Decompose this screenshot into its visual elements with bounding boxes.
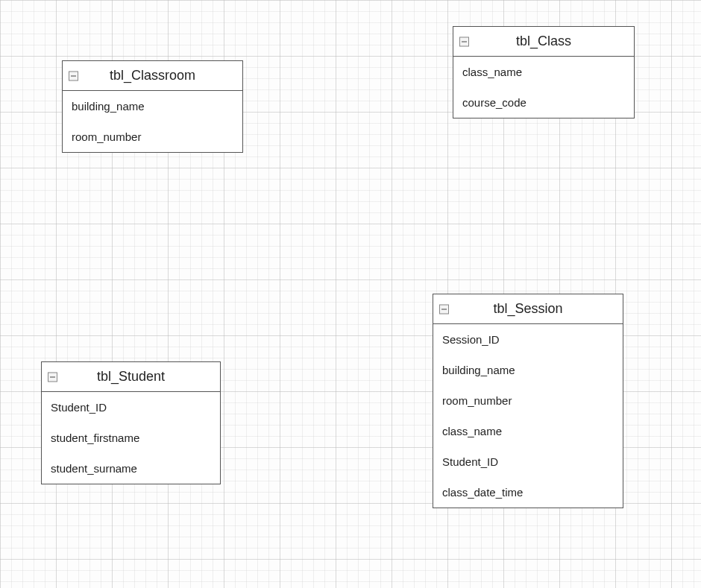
column-name: Student_ID bbox=[442, 455, 498, 468]
column-name: class_name bbox=[462, 66, 522, 78]
table-student[interactable]: tbl_Student Student_ID student_firstname… bbox=[41, 361, 221, 484]
table-row[interactable]: student_firstname bbox=[42, 423, 220, 453]
table-classroom[interactable]: tbl_Classroom building_name room_number bbox=[62, 60, 243, 153]
table-row[interactable]: class_date_time bbox=[433, 477, 623, 508]
table-session-header[interactable]: tbl_Session bbox=[433, 294, 623, 324]
column-name: student_firstname bbox=[51, 431, 139, 444]
column-name: Session_ID bbox=[442, 333, 500, 346]
table-row[interactable]: building_name bbox=[433, 355, 623, 385]
column-name: room_number bbox=[442, 394, 512, 407]
column-name: building_name bbox=[442, 364, 515, 376]
table-title: tbl_Session bbox=[493, 301, 562, 316]
table-student-header[interactable]: tbl_Student bbox=[42, 362, 220, 392]
table-session-rows: Session_ID building_name room_number cla… bbox=[433, 324, 623, 508]
table-row[interactable]: Session_ID bbox=[433, 324, 623, 355]
table-class-header[interactable]: tbl_Class bbox=[453, 27, 634, 57]
table-row[interactable]: Student_ID bbox=[433, 446, 623, 477]
column-name: room_number bbox=[72, 130, 141, 143]
table-row[interactable]: student_surname bbox=[42, 453, 220, 484]
table-row[interactable]: class_name bbox=[433, 416, 623, 446]
table-student-rows: Student_ID student_firstname student_sur… bbox=[42, 392, 220, 484]
column-name: class_date_time bbox=[442, 486, 523, 499]
table-session[interactable]: tbl_Session Session_ID building_name roo… bbox=[433, 294, 623, 508]
table-row[interactable]: building_name bbox=[63, 91, 242, 121]
collapse-icon[interactable] bbox=[439, 304, 449, 314]
column-name: course_code bbox=[462, 96, 526, 109]
table-class-rows: class_name course_code bbox=[453, 57, 634, 118]
table-class[interactable]: tbl_Class class_name course_code bbox=[453, 26, 635, 118]
collapse-icon[interactable] bbox=[69, 71, 78, 80]
column-name: Student_ID bbox=[51, 401, 107, 414]
table-row[interactable]: class_name bbox=[453, 57, 634, 87]
table-row[interactable]: Student_ID bbox=[42, 392, 220, 423]
table-title: tbl_Student bbox=[97, 369, 165, 384]
table-title: tbl_Classroom bbox=[110, 68, 195, 83]
column-name: student_surname bbox=[51, 462, 137, 475]
column-name: building_name bbox=[72, 100, 145, 113]
table-classroom-header[interactable]: tbl_Classroom bbox=[63, 61, 242, 91]
table-row[interactable]: room_number bbox=[63, 121, 242, 152]
table-title: tbl_Class bbox=[516, 34, 571, 48]
table-row[interactable]: course_code bbox=[453, 87, 634, 118]
table-classroom-rows: building_name room_number bbox=[63, 91, 242, 152]
column-name: class_name bbox=[442, 425, 502, 437]
collapse-icon[interactable] bbox=[48, 372, 57, 382]
collapse-icon[interactable] bbox=[459, 37, 469, 46]
table-row[interactable]: room_number bbox=[433, 385, 623, 416]
